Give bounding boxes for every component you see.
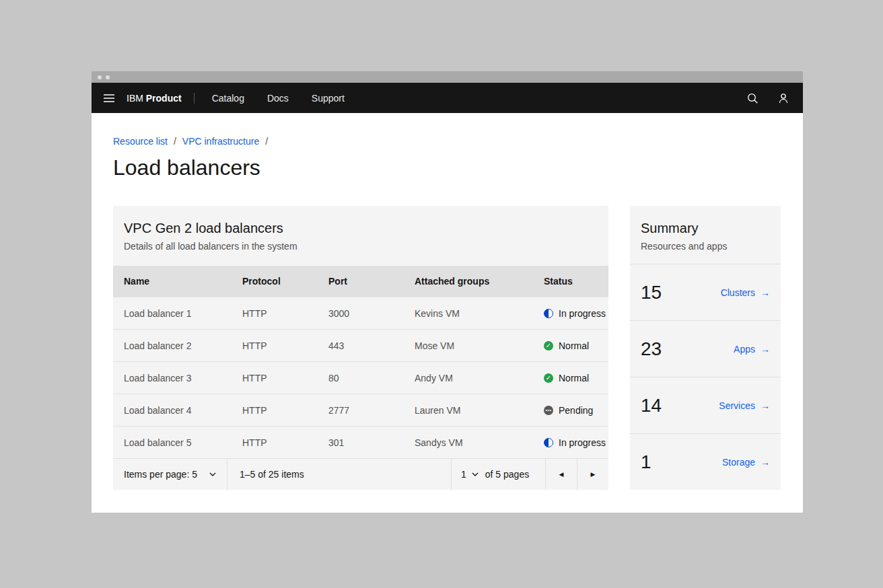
status-pending-icon: [544, 406, 553, 415]
status-label: Normal: [559, 373, 589, 383]
search-icon: [746, 91, 759, 105]
page-number-select[interactable]: 1: [461, 469, 479, 480]
items-per-page-select[interactable]: Items per page: 5: [113, 459, 227, 490]
summary-link-label: Clusters: [721, 287, 755, 298]
breadcrumb-separator: /: [174, 136, 176, 147]
summary-count: 14: [641, 395, 662, 416]
cell-protocol: HTTP: [242, 308, 328, 319]
header-actions: [737, 83, 799, 113]
column-header-port[interactable]: Port: [328, 276, 415, 287]
page-title: Load balancers: [113, 153, 260, 182]
summary-count: 15: [641, 282, 662, 303]
cell-protocol: HTTP: [242, 405, 328, 416]
summary-link-label: Apps: [734, 344, 755, 355]
arrow-right-icon: →: [761, 401, 770, 410]
hamburger-menu-icon: [102, 91, 116, 105]
pagination-range-text: 1–5 of 25 items: [227, 469, 451, 480]
window-dot: [106, 75, 110, 79]
arrow-right-icon: →: [761, 288, 770, 297]
cell-attached-group: Lauren VM: [415, 405, 544, 416]
cell-name: Load balancer 3: [124, 373, 242, 383]
cell-name: Load balancer 4: [124, 405, 242, 416]
next-page-button[interactable]: ▶: [577, 459, 608, 490]
summary-count: 23: [641, 338, 662, 360]
summary-card-title: Summary: [641, 219, 770, 237]
column-header-name[interactable]: Name: [124, 276, 242, 287]
cell-attached-group: Andy VM: [415, 373, 544, 383]
window-dot: [98, 75, 102, 79]
browser-window: IBM Product Catalog Docs Support Resourc…: [92, 71, 803, 513]
status-normal-icon: [544, 341, 553, 351]
cell-name: Load balancer 5: [124, 437, 242, 448]
column-header-attached-groups[interactable]: Attached groups: [415, 276, 544, 287]
cell-attached-group: Sandys VM: [415, 437, 544, 448]
summary-item: 23 Apps →: [630, 320, 781, 377]
status-label: In progress: [559, 308, 606, 319]
header-divider: [194, 93, 195, 104]
cell-status: Normal: [544, 340, 608, 351]
summary-card-header: Summary Resources and apps: [630, 206, 781, 264]
summary-count: 1: [641, 451, 651, 473]
table-row: Load balancer 1 HTTP 3000 Kevins VM In p…: [113, 297, 608, 329]
nav-item-docs[interactable]: Docs: [267, 93, 289, 104]
cell-status: Normal: [544, 373, 608, 383]
summary-link-label: Storage: [722, 457, 755, 468]
summary-item: 15 Clusters →: [630, 264, 781, 320]
cell-protocol: HTTP: [242, 437, 328, 448]
cell-port: 443: [328, 340, 415, 351]
cell-status: Pending: [544, 405, 608, 416]
summary-item: 1 Storage →: [630, 433, 781, 490]
arrow-right-icon: →: [761, 344, 770, 354]
column-header-status[interactable]: Status: [544, 276, 608, 287]
cell-attached-group: Kevins VM: [415, 308, 544, 319]
summary-link-storage[interactable]: Storage →: [722, 457, 770, 468]
cell-status: In progress: [544, 308, 608, 319]
status-normal-icon: [544, 373, 553, 383]
cell-name: Load balancer 2: [124, 340, 242, 351]
chevron-down-icon: [209, 472, 216, 476]
cell-protocol: HTTP: [242, 373, 328, 383]
user-profile-button[interactable]: [768, 83, 799, 113]
summary-link-label: Services: [719, 400, 755, 411]
status-in-progress-icon: [544, 438, 553, 447]
summary-card: Summary Resources and apps 15 Clusters →…: [630, 206, 781, 490]
nav-item-catalog[interactable]: Catalog: [212, 93, 244, 104]
page-number-value: 1: [461, 469, 466, 480]
table-card-title: VPC Gen 2 load balancers: [124, 219, 598, 237]
cell-protocol: HTTP: [242, 340, 328, 351]
load-balancers-card: VPC Gen 2 load balancers Details of all …: [113, 206, 608, 490]
arrow-right-icon: →: [761, 457, 770, 467]
summary-item: 14 Services →: [630, 377, 781, 433]
search-button[interactable]: [737, 83, 768, 113]
status-label: In progress: [559, 437, 606, 448]
table-row: Load balancer 5 HTTP 301 Sandys VM In pr…: [113, 426, 608, 458]
table-card-header: VPC Gen 2 load balancers Details of all …: [113, 206, 608, 266]
cell-status: In progress: [544, 437, 608, 448]
column-header-protocol[interactable]: Protocol: [242, 276, 328, 287]
summary-link-services[interactable]: Services →: [719, 400, 770, 411]
previous-page-button[interactable]: ◀: [545, 459, 577, 490]
table-row: Load balancer 2 HTTP 443 Mose VM Normal: [113, 329, 608, 361]
brand: IBM Product: [127, 93, 182, 104]
breadcrumb-separator: /: [265, 136, 268, 147]
chevron-down-icon: [472, 472, 479, 476]
brand-name: Product: [146, 93, 182, 104]
status-in-progress-icon: [544, 309, 553, 318]
nav-item-support[interactable]: Support: [312, 93, 345, 104]
breadcrumb-link-vpc-infrastructure[interactable]: VPC infrastructure: [182, 136, 259, 147]
summary-link-apps[interactable]: Apps →: [734, 344, 770, 355]
window-titlebar: [92, 71, 803, 83]
header-nav: Catalog Docs Support: [212, 93, 345, 104]
cell-attached-group: Mose VM: [415, 340, 544, 351]
breadcrumb: Resource list / VPC infrastructure /: [113, 136, 268, 147]
hamburger-menu-button[interactable]: [102, 83, 122, 113]
pagination-pages: 1 of 5 pages: [451, 459, 545, 490]
cell-port: 3000: [328, 308, 415, 319]
brand-prefix: IBM: [127, 93, 143, 104]
pagination-bar: Items per page: 5 1–5 of 25 items 1 of 5…: [113, 458, 608, 490]
breadcrumb-link-resource-list[interactable]: Resource list: [113, 136, 168, 147]
status-label: Pending: [559, 405, 593, 416]
cell-port: 2777: [328, 405, 415, 416]
table-card-subtitle: Details of all load balancers in the sys…: [124, 240, 598, 252]
summary-link-clusters[interactable]: Clusters →: [721, 287, 770, 298]
